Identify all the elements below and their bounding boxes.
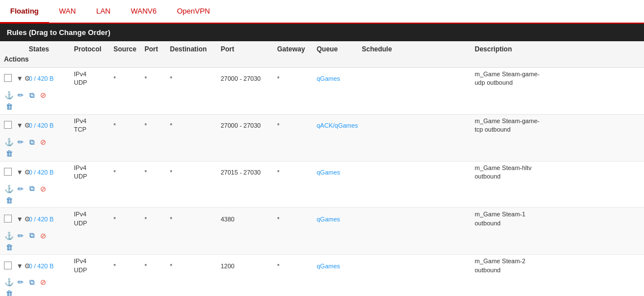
row-checkbox[interactable] [2, 73, 15, 84]
anchor-icon[interactable]: ⚓ [4, 230, 14, 241]
protocol: IPv4UDP [72, 163, 112, 182]
disable-icon[interactable]: ⊘ [38, 230, 48, 241]
edit-icon[interactable]: ✏ [15, 90, 25, 101]
schedule [360, 124, 473, 127]
col-gateway: Gateway [275, 44, 315, 54]
actions: ⚓ ✏ ⧉ ⊘ 🗑 [2, 276, 15, 296]
col-queue: Queue [315, 44, 360, 54]
queue: qGames [315, 74, 360, 83]
disable-icon[interactable]: ⊘ [38, 90, 48, 101]
description: m_Game Steam-game-udp outbound [473, 69, 546, 89]
tab-openvpn[interactable]: OpenVPN [167, 0, 220, 23]
source-port: * [143, 215, 168, 224]
anchor-icon[interactable]: ⚓ [4, 137, 14, 147]
table-row: ▼ ⚙ 0 / 420 B IPv4UDP * * * 4380 * qGame… [0, 208, 644, 255]
anchor-icon[interactable]: ⚓ [4, 277, 14, 288]
row-icons[interactable]: ▼ ⚙ [15, 72, 27, 85]
col-protocol: Protocol [72, 44, 112, 54]
edit-icon[interactable]: ✏ [15, 277, 25, 288]
disable-icon[interactable]: ⊘ [38, 277, 48, 288]
col-source: Source [112, 44, 143, 54]
source: * [112, 168, 143, 177]
delete-icon[interactable]: 🗑 [4, 195, 14, 205]
gateway: * [275, 121, 315, 130]
row-icons[interactable]: ▼ ⚙ [15, 260, 27, 272]
delete-icon[interactable]: 🗑 [4, 102, 14, 112]
filter-icon[interactable]: ▼ [16, 214, 23, 224]
col-description: Description [473, 44, 546, 54]
dest-port: 27000 - 27030 [219, 121, 275, 130]
column-headers: States Protocol Source Port Destination … [0, 41, 644, 68]
protocol: IPv4UDP [72, 209, 112, 229]
table-row: ▼ ⚙ 0 / 420 B IPv4UDP * * * 27000 - 2703… [0, 68, 644, 115]
disable-icon[interactable]: ⊘ [38, 137, 48, 147]
edit-icon[interactable]: ✏ [15, 230, 25, 241]
tab-lan[interactable]: LAN [86, 0, 120, 23]
col-actions: Actions [2, 54, 15, 64]
source: * [112, 121, 143, 130]
source-port: * [143, 74, 168, 83]
edit-icon[interactable]: ✏ [15, 137, 25, 147]
queue: qGames [315, 215, 360, 224]
destination: * [168, 215, 219, 224]
row-icons[interactable]: ▼ ⚙ [15, 166, 27, 179]
delete-icon[interactable]: 🗑 [4, 242, 14, 252]
row-checkbox[interactable] [2, 120, 15, 131]
copy-icon[interactable]: ⧉ [27, 137, 37, 147]
copy-icon[interactable]: ⧉ [27, 184, 37, 194]
disable-icon[interactable]: ⊘ [38, 184, 48, 194]
row-checkbox[interactable] [2, 214, 15, 225]
anchor-icon[interactable]: ⚓ [4, 184, 14, 194]
delete-icon[interactable]: 🗑 [4, 289, 14, 296]
source: * [112, 215, 143, 224]
gateway: * [275, 74, 315, 83]
delete-icon[interactable]: 🗑 [4, 149, 14, 159]
tab-floating[interactable]: Floating [0, 0, 49, 24]
dest-port: 1200 [219, 262, 275, 271]
table-title: Rules (Drag to Change Order) [0, 24, 644, 41]
source-port: * [143, 168, 168, 177]
queue: qGames [315, 168, 360, 177]
row-icons[interactable]: ▼ ⚙ [15, 119, 27, 132]
table-row: ▼ ⚙ 0 / 420 B IPv4UDP * * * 1200 * qGame… [0, 255, 644, 296]
table-row: ▼ ⚙ 0 / 420 B IPv4TCP * * * 27000 - 2703… [0, 115, 644, 162]
copy-icon[interactable]: ⧉ [27, 277, 37, 288]
filter-icon[interactable]: ▼ [16, 120, 23, 130]
gateway: * [275, 215, 315, 224]
col-states: States [27, 44, 72, 54]
copy-icon[interactable]: ⧉ [27, 230, 37, 241]
actions: ⚓ ✏ ⧉ ⊘ 🗑 [2, 182, 15, 206]
gateway: * [275, 262, 315, 271]
gateway: * [275, 168, 315, 177]
filter-icon[interactable]: ▼ [16, 167, 23, 177]
row-icons[interactable]: ▼ ⚙ [15, 213, 27, 225]
copy-icon[interactable]: ⧉ [27, 90, 37, 101]
row-checkbox[interactable] [2, 167, 15, 178]
edit-icon[interactable]: ✏ [15, 184, 25, 194]
protocol: IPv4TCP [72, 116, 112, 136]
actions: ⚓ ✏ ⧉ ⊘ 🗑 [2, 229, 15, 253]
states: 0 / 420 B [27, 168, 72, 177]
anchor-icon[interactable]: ⚓ [4, 90, 14, 101]
schedule [360, 265, 473, 267]
filter-icon[interactable]: ▼ [16, 73, 23, 84]
table-row: ▼ ⚙ 0 / 420 B IPv4UDP * * * 27015 - 2703… [0, 162, 644, 208]
filter-icon[interactable]: ▼ [16, 261, 23, 271]
states: 0 / 420 B [27, 74, 72, 83]
schedule [360, 218, 473, 220]
protocol: IPv4UDP [72, 256, 112, 276]
actions: ⚓ ✏ ⧉ ⊘ 🗑 [2, 136, 15, 160]
tab-wanv6[interactable]: WANV6 [121, 0, 167, 23]
destination: * [168, 121, 219, 130]
tab-wan[interactable]: WAN [49, 0, 86, 23]
dest-port: 4380 [219, 215, 275, 224]
schedule [360, 171, 473, 173]
rules-table: ▼ ⚙ 0 / 420 B IPv4UDP * * * 27000 - 2703… [0, 68, 644, 296]
col-schedule: Schedule [360, 44, 473, 54]
col-source-port: Port [143, 44, 168, 54]
col-dest-port: Port [219, 44, 275, 54]
row-checkbox[interactable] [2, 260, 15, 272]
description: m_Game Steam-1 outbound [473, 209, 546, 229]
dest-port: 27015 - 27030 [219, 168, 275, 177]
schedule [360, 77, 473, 80]
